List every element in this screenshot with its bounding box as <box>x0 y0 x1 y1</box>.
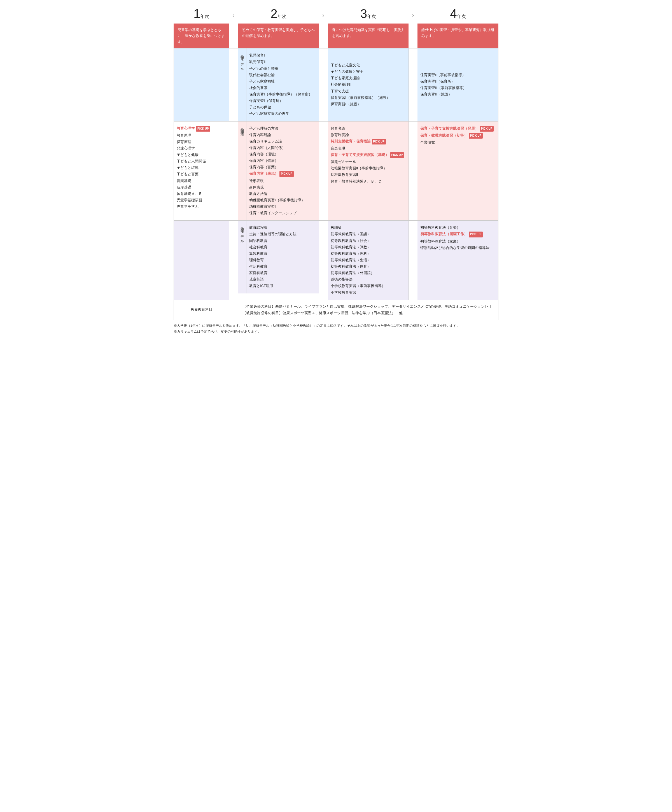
subject-item: 保育実習Ⅰ（事前事後指導）（施設） <box>331 95 406 101</box>
subject-item: 小学校教育実習 <box>331 290 406 296</box>
subject-item: 児童学を学ぶ <box>177 203 226 210</box>
subject-item: 家庭科教育 <box>249 270 316 276</box>
subject-item: 幼稚園教育実習Ⅱ <box>331 172 406 178</box>
subject-item: 生活科教育 <box>249 263 316 270</box>
pickup-badge5: PICK UP <box>469 133 483 139</box>
pickup-badge2: PICK UP <box>372 139 386 145</box>
year2-header: 2年次 <box>238 5 319 24</box>
subject-text3: 保育・子育て支援実践演習（基礎） <box>331 152 389 158</box>
hoiku-yr1 <box>174 48 229 121</box>
shogaku-yr2-subjects: 教育課程論 生徒・進路指導の理論と方法 国語科教育 社会科教育 算数科教育 理科… <box>246 221 319 293</box>
kyotsu-row: 教育心理学 PICK UP 教育原理 保育原理 発達心理学 子どもと健康 子ども… <box>174 121 498 221</box>
footer-notes: ※入学後（1年次）に履修モデルを決めます。「幼小履修モデル（幼稚園教諭と小学校教… <box>174 323 498 335</box>
year4-header: 4年次 <box>418 5 498 24</box>
year2-number: 2 <box>271 7 277 20</box>
arrow3: › <box>409 5 418 24</box>
subject-item: 生徒・進路指導の理論と方法 <box>249 231 316 237</box>
kyotsu-yr2-cell: 幼保幼小共通 子ども理解の方法 保育内容総論 保育カリキュラム論 保育内容（人間… <box>238 121 319 221</box>
subject-item: 初等教科教育法（生活） <box>331 257 406 263</box>
hoiku-yr4-subjects: 保育実習Ⅱ（事前事後指導） 保育実習Ⅱ（保育所） 保育実習Ⅲ（事前事後指導） 保… <box>418 48 498 121</box>
subject-item: 現代社会福祉論 <box>249 72 316 78</box>
shogaku-yr2-cell: 幼小履修モデル 教育課程論 生徒・進路指導の理論と方法 国語科教育 社会科教育 … <box>238 221 319 300</box>
main-content-table: 幼保履修モデル 乳児保育Ⅰ 乳児保育Ⅱ 子どもの食と栄養 現代社会福祉論 子ども… <box>174 48 498 320</box>
subject-item: 幼稚園教育実習Ⅰ（事前事後指導） <box>249 197 316 203</box>
desc-yr2: 初めての保育・教育実習を実施し、子どもへの理解を深めます。 <box>238 24 319 48</box>
kyotsu-yr2-subjects: 子ども理解の方法 保育内容総論 保育カリキュラム論 保育内容（人間関係） 保育内… <box>246 121 319 221</box>
subject-item: 初等教科教育法（家庭） <box>420 238 495 245</box>
pickup-badge6: PICK UP <box>469 232 483 237</box>
subject-item: 保育原理 <box>177 139 226 145</box>
year3-number: 3 <box>360 7 367 20</box>
subject-item: 教育とICT活用 <box>249 283 316 289</box>
subject-item: 保育実習Ⅰ（施設） <box>331 101 406 107</box>
footer-note-1: ※カリキュラムは予定であり、変更の可能性があります。 <box>174 329 498 334</box>
subject-text4: 保育・子育て支援実践演習（発展） <box>420 125 479 132</box>
subject-item: 幼稚園教育実習Ⅰ <box>249 203 316 210</box>
subject-item: 子どもと児童文化 <box>331 62 406 68</box>
year4-number: 4 <box>450 7 457 20</box>
subject-item: 乳児保育Ⅰ <box>249 52 316 59</box>
shogaku-yr3-subjects: 教職論 初等教科教育法（国語） 初等教科教育法（社会） 初等教科教育法（算数） … <box>328 221 409 300</box>
subject-item: 初等教科教育法（体育） <box>331 263 406 270</box>
shogaku-yr1 <box>174 221 229 300</box>
year4-nendo: 年次 <box>457 14 466 19</box>
subject-item: 子ども家庭支援論 <box>331 75 406 82</box>
subject-text6: 初等教科教育法（図画工作） <box>420 231 467 237</box>
footer-note-0: ※入学後（1年次）に履修モデルを決めます。「幼小履修モデル（幼稚園教諭と小学校教… <box>174 323 498 329</box>
pickup-badge: PICK UP <box>280 171 294 177</box>
kyoyo-row: 教養教育科目 【卒業必修の科目】基礎ゼミナール、ライフプランと自己実現、課題解決… <box>174 300 498 320</box>
pickup-badge3: PICK UP <box>390 152 404 158</box>
subject-item: 保育内容（環境） <box>249 151 316 158</box>
subject-item: 初等教科教育法（理科） <box>331 251 406 257</box>
subject-item: 初等教科教育法（外国語） <box>331 270 406 276</box>
subject-item: 保育内容総論 <box>249 132 316 138</box>
subject-item-pickup3: 保育・子育て支援実践演習（基礎） PICK UP <box>331 152 406 158</box>
subject-item: 理科教育 <box>249 257 316 263</box>
subject-item: 子ども家庭福祉 <box>249 78 316 85</box>
hoiku-yr3-subjects: 子どもと児童文化 子どもの健康と安全 子ども家庭支援論 社会的養護Ⅱ 子育て支援… <box>328 48 409 121</box>
subject-item: 課題ゼミナール <box>331 159 406 165</box>
subject-item: 初等教科教育法（社会） <box>331 238 406 244</box>
arrow1: › <box>229 5 238 24</box>
subject-item: 卒業研究 <box>420 140 495 146</box>
subject-item: 初等教科教育法（算数） <box>331 244 406 251</box>
subject-item: 乳児保育Ⅱ <box>249 59 316 65</box>
subject-item: 教育課程論 <box>249 225 316 231</box>
subject-item: 子どもと健康 <box>177 152 226 158</box>
year1-number: 1 <box>193 7 200 20</box>
hoiku-yr2-subjects: 乳児保育Ⅰ 乳児保育Ⅱ 子どもの食と栄養 現代社会福祉論 子ども家庭福祉 社会的… <box>246 48 319 121</box>
subject-item: 保育・教育特別演習Ａ、Ｂ、Ｃ <box>331 178 406 185</box>
subject-item: 保育実習Ⅰ（事前事後指導）（保育所） <box>249 91 316 98</box>
year-header-table: 1年次 › 2年次 › 3年次 › 4年次 児童学の基礎を学ぶとともに、豊かな教… <box>174 5 498 48</box>
subject-item: 教育方法論 <box>249 191 316 197</box>
pickup-badge: PICK UP <box>196 126 210 132</box>
subject-item: 保育実習Ⅲ（事前事後指導） <box>420 85 495 91</box>
subject-item: 音楽表現 <box>331 145 406 152</box>
subject-item: 子ども理解の方法 <box>249 125 316 132</box>
subject-item: 子どもと人間関係 <box>177 158 226 165</box>
subject-item: 道徳の指導法 <box>331 276 406 283</box>
desc-yr1: 児童学の基礎を学ぶとともに、豊かな教養を身につけます。 <box>174 24 229 48</box>
year1-header: 1年次 <box>174 5 229 24</box>
subject-item: 発達心理学 <box>177 145 226 152</box>
subject-item: 社会的養護Ⅰ <box>249 85 316 91</box>
subject-item: 保育実習Ⅱ（保育所） <box>420 78 495 85</box>
subject-item: 保育実習Ⅲ（施設） <box>420 91 495 98</box>
subject-item-pickup5: 保育・教職実践演習（初等） PICK UP <box>420 133 495 139</box>
subject-item: 音楽基礎 <box>177 178 226 184</box>
kyoyo-teacher-required: 【教員免許必修の科目】健康スポーツ実習Ａ、健康スポーツ演習、法律を学ぶ（日本国憲… <box>242 310 494 316</box>
kyoyo-required: 【卒業必修の科目】基礎ゼミナール、ライフプランと自己実現、課題解決ワークショップ… <box>242 304 494 310</box>
subject-item: 小学校教育実習（事前事後指導） <box>331 283 406 289</box>
hoiku-yr2-inner: 幼保履修モデル 乳児保育Ⅰ 乳児保育Ⅱ 子どもの食と栄養 現代社会福祉論 子ども… <box>238 48 319 121</box>
subject-item: 教育原理 <box>177 133 226 139</box>
subject-item: 子どもと環境 <box>177 165 226 171</box>
page-wrapper: 1年次 › 2年次 › 3年次 › 4年次 児童学の基礎を学ぶとともに、豊かな教… <box>174 5 498 334</box>
subject-item: 身体表現 <box>249 184 316 191</box>
hoiku-model-label: 幼保履修モデル <box>238 48 246 121</box>
hoiku-yr2-cell: 幼保履修モデル 乳児保育Ⅰ 乳児保育Ⅱ 子どもの食と栄養 現代社会福祉論 子ども… <box>238 48 319 121</box>
desc-yr4: 総仕上げの実習・演習や、卒業研究に取り組みます。 <box>418 24 498 48</box>
subject-item: 教職論 <box>331 225 406 231</box>
subject-item: 造形表現 <box>249 178 316 184</box>
kyoyo-label: 教養教育科目 <box>174 300 229 320</box>
subject-item-highlight: 教育心理学 PICK UP <box>177 125 226 132</box>
